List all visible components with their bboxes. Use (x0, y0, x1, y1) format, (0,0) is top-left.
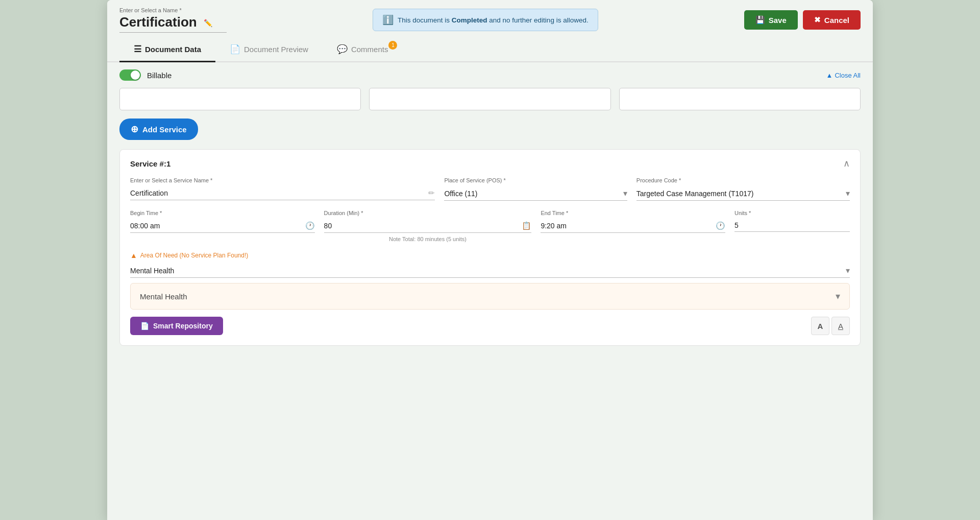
begin-time-group: Begin Time * 08:00 am 🕐 (130, 210, 315, 242)
units-value: 5 (734, 221, 739, 229)
comments-icon: 💬 (337, 44, 348, 55)
edit-name-icon[interactable]: ✏️ (204, 19, 212, 27)
area-of-need-dropdown-icon: ▾ (846, 266, 850, 275)
service-name-label: Enter or Select a Service Name * (130, 177, 435, 183)
main-content: ⊕ Add Service Service #:1 ∧ Enter or Sel… (107, 88, 873, 520)
service-card-body: Enter or Select a Service Name * Certifi… (120, 177, 860, 345)
partial-input-1[interactable] (119, 88, 361, 110)
end-time-clock-icon: 🕐 (716, 221, 725, 230)
notification-text: This document is Completed and no furthe… (398, 16, 589, 24)
document-data-icon: ☰ (134, 44, 141, 55)
cancel-button[interactable]: ✖ Cancel (803, 10, 861, 30)
bold-button[interactable]: A (811, 317, 829, 335)
units-field[interactable]: 5 (734, 218, 850, 232)
mental-health-expand-icon[interactable]: ▾ (836, 291, 840, 302)
area-of-need-section: ▲ Area Of Need (No Service Plan Found!) … (130, 251, 850, 278)
tab-document-data-label: Document Data (145, 45, 201, 54)
begin-time-value: 08:00 am (130, 222, 160, 230)
close-all-label: Close All (835, 72, 861, 79)
procedure-code-field[interactable]: Targeted Case Management (T1017) ▾ (636, 185, 850, 201)
modal-window: Enter or Select a Name * Certification ✏… (107, 0, 873, 520)
collapse-icon[interactable]: ∧ (843, 158, 850, 169)
smart-repo-icon: 📄 (140, 322, 149, 330)
service-row-1: Enter or Select a Service Name * Certifi… (130, 177, 850, 201)
place-of-service-label: Place of Service (POS) * (444, 177, 627, 183)
tab-comments[interactable]: 💬 Comments 1 (323, 38, 403, 62)
chevron-up-icon: ▲ (826, 72, 833, 79)
partial-inputs-row (119, 88, 861, 110)
end-time-label: End Time * (541, 210, 725, 216)
cancel-icon: ✖ (814, 15, 821, 25)
place-of-service-dropdown-icon: ▾ (623, 188, 627, 198)
billable-row: Billable ▲ Close All (107, 62, 873, 88)
info-icon: ℹ️ (382, 14, 394, 26)
service-row-2: Begin Time * 08:00 am 🕐 Duration (Min) *… (130, 210, 850, 242)
underline-label: A (838, 322, 843, 330)
duration-group: Duration (Min) * 80 📋 Note Total: 80 min… (324, 210, 532, 242)
title-area: Enter or Select a Name * Certification ✏… (119, 7, 227, 33)
bottom-actions: 📄 Smart Repository A A (130, 310, 850, 335)
add-service-button[interactable]: ⊕ Add Service (119, 119, 198, 140)
save-label: Save (769, 16, 787, 25)
smart-repository-button[interactable]: 📄 Smart Repository (130, 317, 223, 335)
info-box: ℹ️ This document is Completed and no fur… (373, 9, 598, 31)
edit-service-name-icon[interactable]: ✏ (428, 188, 435, 198)
place-of-service-field[interactable]: Office (11) ▾ (444, 185, 627, 201)
add-service-label: Add Service (142, 125, 187, 134)
area-of-need-value: Mental Health (130, 267, 846, 275)
mental-health-section[interactable]: Mental Health ▾ (130, 283, 850, 310)
procedure-code-group: Procedure Code * Targeted Case Managemen… (636, 177, 850, 201)
save-button[interactable]: 💾 Save (744, 10, 798, 30)
comments-badge: 1 (388, 41, 397, 50)
mental-health-label: Mental Health (140, 292, 187, 301)
underline-button[interactable]: A (831, 317, 850, 335)
tab-document-preview[interactable]: 📄 Document Preview (215, 38, 323, 62)
note-total: Note Total: 80 minutes (5 units) (324, 236, 532, 242)
end-time-value: 9:20 am (541, 222, 567, 230)
service-card-header[interactable]: Service #:1 ∧ (120, 150, 860, 177)
procedure-code-value: Targeted Case Management (T1017) (636, 190, 846, 198)
toggle-knob (131, 70, 140, 80)
header-actions: 💾 Save ✖ Cancel (744, 10, 861, 30)
service-card-1: Service #:1 ∧ Enter or Select a Service … (119, 149, 861, 346)
warning-row: ▲ Area Of Need (No Service Plan Found!) (130, 251, 850, 259)
billable-left: Billable (119, 69, 172, 81)
partial-input-2[interactable] (369, 88, 610, 110)
tabs-row: ☰ Document Data 📄 Document Preview 💬 Com… (107, 37, 873, 62)
billable-toggle[interactable] (119, 69, 141, 81)
area-of-need-field[interactable]: Mental Health ▾ (130, 263, 850, 278)
tab-document-data[interactable]: ☰ Document Data (119, 38, 215, 62)
modal-header: Enter or Select a Name * Certification ✏… (107, 0, 873, 37)
units-group: Units * 5 (734, 210, 850, 242)
begin-time-field[interactable]: 08:00 am 🕐 (130, 218, 315, 233)
service-name-field[interactable]: Certification ✏ (130, 185, 435, 200)
partial-input-3[interactable] (619, 88, 861, 110)
area-warning-text: Area Of Need (No Service Plan Found!) (140, 252, 248, 259)
service-title: Service #:1 (130, 159, 170, 168)
procedure-code-dropdown-icon: ▾ (846, 188, 850, 198)
warning-icon: ▲ (130, 251, 137, 259)
save-icon: 💾 (755, 15, 765, 25)
place-of-service-value: Office (11) (444, 190, 623, 198)
tab-document-preview-label: Document Preview (244, 45, 308, 54)
document-name: Certification ✏️ (119, 14, 227, 33)
duration-label: Duration (Min) * (324, 210, 532, 216)
service-name-group: Enter or Select a Service Name * Certifi… (130, 177, 435, 201)
procedure-code-label: Procedure Code * (636, 177, 850, 183)
cancel-label: Cancel (824, 16, 849, 25)
duration-field[interactable]: 80 📋 (324, 218, 532, 233)
notification-banner: ℹ️ This document is Completed and no fur… (227, 9, 744, 31)
end-time-field[interactable]: 9:20 am 🕐 (541, 218, 725, 233)
duration-value: 80 (324, 222, 332, 230)
units-label: Units * (734, 210, 850, 216)
text-format-buttons: A A (811, 317, 850, 335)
end-time-group: End Time * 9:20 am 🕐 (541, 210, 725, 242)
begin-time-clock-icon: 🕐 (305, 221, 315, 230)
place-of-service-group: Place of Service (POS) * Office (11) ▾ (444, 177, 627, 201)
add-service-icon: ⊕ (131, 124, 138, 135)
begin-time-label: Begin Time * (130, 210, 315, 216)
smart-repo-label: Smart Repository (153, 322, 213, 330)
close-all-button[interactable]: ▲ Close All (826, 72, 861, 79)
service-name-value: Certification (130, 189, 168, 197)
duration-calendar-icon: 📋 (522, 221, 531, 230)
